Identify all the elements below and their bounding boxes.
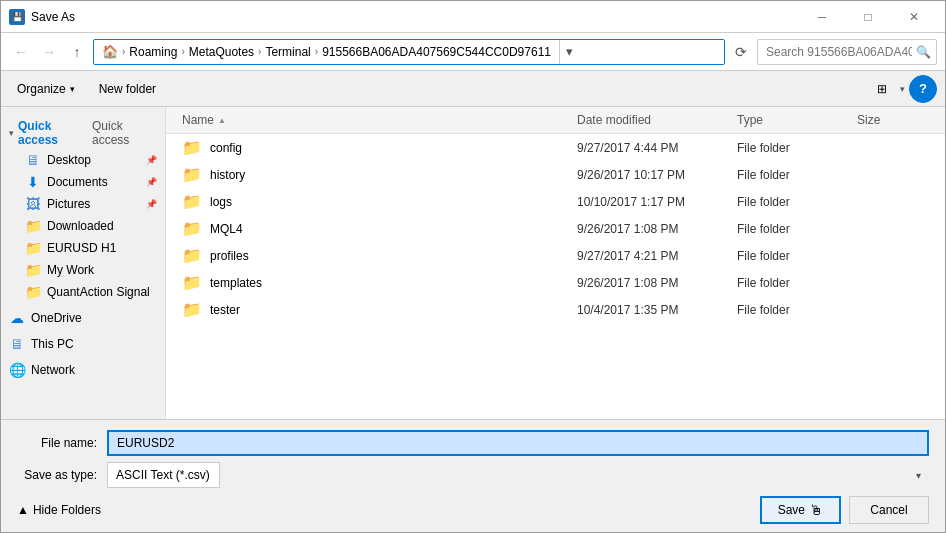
close-button[interactable]: ✕ — [891, 1, 937, 33]
folder-icon: 📁 — [182, 273, 202, 292]
action-buttons: Save 🖱 Cancel — [760, 496, 929, 524]
file-name-text: MQL4 — [210, 222, 243, 236]
window-title: Save As — [31, 10, 799, 24]
file-name-row: File name: — [17, 430, 929, 456]
sidebar-item-network-label: Network — [31, 363, 157, 377]
save-as-type-select[interactable]: ASCII Text (*.csv) CSV (*.csv) Excel (*.… — [107, 462, 220, 488]
help-icon: ? — [919, 81, 927, 96]
file-type-cell: File folder — [733, 301, 853, 319]
hide-folders-arrow-icon: ▲ — [17, 503, 29, 517]
organize-label: Organize — [17, 82, 66, 96]
path-segment-metaquotes[interactable]: MetaQuotes — [189, 45, 254, 59]
sidebar-item-downloaded[interactable]: 📁 Downloaded — [1, 215, 165, 237]
quick-access-label: Quick access — [18, 119, 88, 147]
path-dropdown-button[interactable]: ▾ — [559, 40, 579, 64]
table-row[interactable]: 📁 MQL4 9/26/2017 1:08 PM File folder — [166, 215, 945, 242]
view-options-button[interactable]: ⊞ — [868, 76, 896, 102]
file-list: Name ▲ Date modified Type Size 📁 config … — [166, 107, 945, 419]
file-name-label: File name: — [17, 436, 107, 450]
save-as-type-row: Save as type: ASCII Text (*.csv) CSV (*.… — [17, 462, 929, 488]
table-row[interactable]: 📁 logs 10/10/2017 1:17 PM File folder — [166, 188, 945, 215]
sidebar-item-onedrive[interactable]: ☁ OneDrive — [1, 307, 165, 329]
sidebar-item-documents-label: Documents — [47, 175, 140, 189]
forward-button[interactable]: → — [37, 40, 61, 64]
table-row[interactable]: 📁 templates 9/26/2017 1:08 PM File folde… — [166, 269, 945, 296]
hide-folders-button[interactable]: ▲ Hide Folders — [17, 503, 101, 517]
sidebar-item-documents[interactable]: ⬇ Documents 📌 — [1, 171, 165, 193]
path-home-icon: 🏠 — [102, 44, 118, 59]
file-name-cell: 📁 templates — [178, 271, 573, 294]
table-row[interactable]: 📁 profiles 9/27/2017 4:21 PM File folder — [166, 242, 945, 269]
this-pc-icon: 🖥 — [9, 336, 25, 352]
file-date-cell: 10/4/2017 1:35 PM — [573, 301, 733, 319]
address-bar: ← → ↑ 🏠 › Roaming › MetaQuotes › Termina… — [1, 33, 945, 71]
folder-icon: 📁 — [182, 219, 202, 238]
path-segment-terminal[interactable]: Terminal — [265, 45, 310, 59]
select-arrow-icon: ▾ — [916, 470, 921, 481]
file-size-cell — [853, 200, 933, 204]
pictures-icon: 🖼 — [25, 196, 41, 212]
file-name-text: tester — [210, 303, 240, 317]
maximize-button[interactable]: □ — [845, 1, 891, 33]
sidebar-item-this-pc[interactable]: 🖥 This PC — [1, 333, 165, 355]
sidebar-item-my-work[interactable]: 📁 My Work — [1, 259, 165, 281]
path-segment-guid[interactable]: 915566BA06ADA407569C544CC0D97611 — [322, 45, 551, 59]
cancel-button[interactable]: Cancel — [849, 496, 929, 524]
col-name[interactable]: Name ▲ — [178, 111, 573, 129]
sidebar-item-quantaction[interactable]: 📁 QuantAction Signal — [1, 281, 165, 303]
sort-arrow-icon: ▲ — [218, 116, 226, 125]
file-size-cell — [853, 254, 933, 258]
save-as-type-label: Save as type: — [17, 468, 107, 482]
search-icon: 🔍 — [916, 45, 931, 59]
toolbar-right: ⊞ ▾ ? — [868, 75, 937, 103]
folder-icon: 📁 — [182, 192, 202, 211]
folder-icon: 📁 — [182, 165, 202, 184]
file-name-cell: 📁 logs — [178, 190, 573, 213]
sidebar-item-pictures-label: Pictures — [47, 197, 140, 211]
sidebar-item-network[interactable]: 🌐 Network — [1, 359, 165, 381]
sidebar-item-this-pc-label: This PC — [31, 337, 157, 351]
table-row[interactable]: 📁 history 9/26/2017 10:17 PM File folder — [166, 161, 945, 188]
address-path[interactable]: 🏠 › Roaming › MetaQuotes › Terminal › 91… — [93, 39, 725, 65]
sidebar: ▾ Quick access Quick access 🖥 Desktop 📌 … — [1, 107, 166, 419]
sidebar-item-onedrive-label: OneDrive — [31, 311, 157, 325]
sidebar-item-desktop-label: Desktop — [47, 153, 140, 167]
refresh-icon: ⟳ — [735, 44, 747, 60]
save-button[interactable]: Save 🖱 — [760, 496, 841, 524]
table-row[interactable]: 📁 config 9/27/2017 4:44 PM File folder — [166, 134, 945, 161]
organize-arrow-icon: ▾ — [70, 84, 75, 94]
up-button[interactable]: ↑ — [65, 40, 89, 64]
minimize-button[interactable]: ─ — [799, 1, 845, 33]
window-controls: ─ □ ✕ — [799, 1, 937, 33]
hide-folders-label: Hide Folders — [33, 503, 101, 517]
file-name-cell: 📁 config — [178, 136, 573, 159]
folder-icon: 📁 — [182, 300, 202, 319]
col-date[interactable]: Date modified — [573, 111, 733, 129]
file-date-cell: 9/26/2017 1:08 PM — [573, 274, 733, 292]
file-type-cell: File folder — [733, 274, 853, 292]
folder-icon: 📁 — [182, 246, 202, 265]
sidebar-item-eurusd[interactable]: 📁 EURUSD H1 — [1, 237, 165, 259]
main-content: ▾ Quick access Quick access 🖥 Desktop 📌 … — [1, 107, 945, 419]
file-name-text: profiles — [210, 249, 249, 263]
file-name-input[interactable] — [107, 430, 929, 456]
save-label: Save — [778, 503, 805, 517]
file-date-cell: 9/26/2017 10:17 PM — [573, 166, 733, 184]
view-grid-icon: ⊞ — [877, 82, 887, 96]
back-icon: ← — [14, 44, 28, 60]
col-size[interactable]: Size — [853, 111, 933, 129]
path-sep-3: › — [258, 46, 261, 57]
sidebar-section-quick-access[interactable]: ▾ Quick access Quick access — [1, 115, 165, 149]
col-type[interactable]: Type — [733, 111, 853, 129]
new-folder-button[interactable]: New folder — [91, 76, 164, 102]
refresh-button[interactable]: ⟳ — [729, 40, 753, 64]
desktop-pin-icon: 📌 — [146, 155, 157, 165]
search-input[interactable] — [757, 39, 937, 65]
sidebar-item-pictures[interactable]: 🖼 Pictures 📌 — [1, 193, 165, 215]
table-row[interactable]: 📁 tester 10/4/2017 1:35 PM File folder — [166, 296, 945, 323]
back-button[interactable]: ← — [9, 40, 33, 64]
path-segment-roaming[interactable]: Roaming — [129, 45, 177, 59]
organize-button[interactable]: Organize ▾ — [9, 76, 83, 102]
sidebar-item-desktop[interactable]: 🖥 Desktop 📌 — [1, 149, 165, 171]
help-button[interactable]: ? — [909, 75, 937, 103]
